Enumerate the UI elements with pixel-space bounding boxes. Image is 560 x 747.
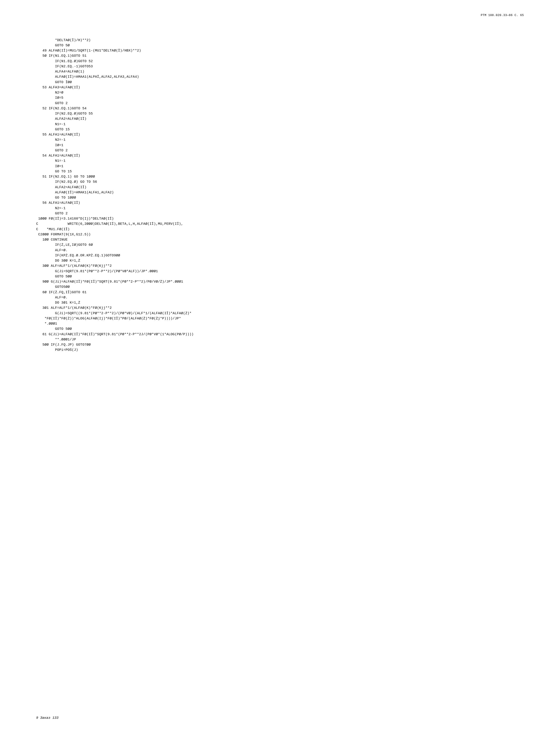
code-line: POPi=POŚ(J): [36, 347, 524, 353]
code-line: C *MU1.FØ(IĪ): [36, 227, 524, 232]
code-line: 53 ALFA3=ALFAØ(IĪ): [36, 85, 524, 90]
code-line: C2ØØØ FORMAT(9(1X,G12.5)): [36, 232, 524, 237]
code-line: 5Ø IF(N1.EQ.1)GОТО 51: [36, 53, 524, 58]
code-line: 9ØØ G(Ji)=ALFAØ(IĪ)*FØ(IĪ)*SQRT(9.81*(PØ…: [36, 279, 524, 284]
code-line: 61 G(Ji)=ALFAØ(IĪ)*FØ(IĪ)*SQRT(9.81*(PØ*…: [36, 332, 524, 337]
code-line: GOTО 5Ø: [36, 43, 524, 48]
code-line: GO TO 15: [36, 169, 524, 174]
code-line: 49 ALFAØ(IĪ)=MU1/SQRT(1-(MU1*DELTAØ(Ī)/H…: [36, 48, 524, 53]
code-block: *DELTAØ(Ī)/H)**2) GOTО 5Ø 49 ALFAØ(IĪ)=M…: [36, 27, 524, 353]
code-line: ALFA4=ALFAØ(1): [36, 69, 524, 74]
code-line: GOTO ĪØØ: [36, 80, 524, 85]
code-line: N2=Ø: [36, 90, 524, 95]
code-line: *.ØØØ1: [36, 321, 524, 327]
code-line: 54 ALFA1=ALFAØ(IĪ): [36, 153, 524, 158]
page: PTM 108.020.33—86 C. 65 *DELTAØ(Ī)/H)**2…: [0, 0, 560, 747]
code-line: IF(N2.EQ.Ø)GOTO 55: [36, 111, 524, 116]
code-line: *DELTAØ(Ī)/H)**2): [36, 38, 524, 43]
code-line: 55 ALFA1=ALFAØ(IĪ): [36, 132, 524, 137]
code-line: IF(N2.EQ.-1)GOTO53: [36, 64, 524, 69]
code-line: G(Ji)=SQRT((9.81*(PØ**2-P**2)/(PØ*VØ)/(A…: [36, 311, 524, 316]
code-line: 1ØØØ FØ(IĪ)=3.14160*D(Ij)*DELTAØ(IĪ): [36, 216, 524, 222]
code-line: 6Ø IF(Ż.FQ,IĪ)GOTO 61: [36, 290, 524, 295]
code-line: GOTO 2: [36, 148, 524, 153]
code-line: **.ØØØ1/JP: [36, 337, 524, 342]
code-line: C WRITE(6,2ØØØ)DELTAØ(IĪ),BETA,L,H,ALFAØ…: [36, 222, 524, 227]
code-line: IF(Ż,LE,IØ)GOTO 6Ø: [36, 242, 524, 248]
code-line: 52 IF(N2.EQ.1)GOTO 54: [36, 106, 524, 111]
code-line: IØ=5: [36, 95, 524, 101]
code-line: IF(N1.EQ.Ø)GОТО 52: [36, 59, 524, 64]
code-line: N2=-1: [36, 206, 524, 211]
code-line: ALF=Ø.: [36, 295, 524, 300]
code-line: GOTO 5ØØ: [36, 327, 524, 332]
code-line: 51 IF(N2.EQ.1) GO TO 1ØØØ: [36, 174, 524, 179]
code-line: ALFA2=ALFAØ(IĪ): [36, 116, 524, 122]
code-line: DO 3ØØ K=1,Ż: [36, 258, 524, 263]
page-header: PTM 108.020.33—86 C. 65: [481, 14, 524, 17]
code-line: ALF=Ø.: [36, 248, 524, 253]
code-line: GOTO 15: [36, 127, 524, 132]
code-line: N1=-1: [36, 122, 524, 127]
code-line: 56 ALFA1=ALFAØ(IĪ): [36, 200, 524, 206]
code-line: 5ØØ IF(J.FQ.JP) GOTO7ØØ: [36, 342, 524, 347]
code-line: IF(KPŻ.EQ.Ø.OR.KPŻ.EQ.1)GOTO9ØØ: [36, 253, 524, 258]
code-line: G(Ji=SQRT(9.81*(PØ**2-P**2)/(PØ*VØ*ALF))…: [36, 269, 524, 274]
code-line: 1ØØ CONTINUE: [36, 237, 524, 242]
code-line: ALFA2=ALFAØ(IĪ): [36, 185, 524, 190]
code-line: GOTO 5ØØ: [36, 274, 524, 279]
code-line: ALFAØ(IĪ)=AMAK1(ALFA1,ALFA2): [36, 190, 524, 195]
code-line: GO TO 1ØØØ: [36, 195, 524, 200]
code-line: N2=-1: [36, 137, 524, 143]
code-line: IØ=1: [36, 164, 524, 169]
footer-note: 9 Зaкaз 133: [36, 716, 58, 720]
code-line: GOTO 2: [36, 211, 524, 216]
code-line: DO 3Ø1 K=1,Ż: [36, 300, 524, 305]
code-line: *FØ(IĪ)*FØ(Ż))*ALOG(ALFAØ(Ij)*FØ(IĪ)*PØ/…: [36, 316, 524, 321]
header-text: PTM 108.020.33—86 C. 65: [481, 14, 524, 17]
code-line: IF(N2.EQ.Ø) GO TO 56: [36, 179, 524, 184]
code-line: 3Ø1 ALF=ALF*1/(ALFAØ(K)*FØ(Kjj**2: [36, 305, 524, 311]
code-line: N1=-1: [36, 158, 524, 163]
code-line: ALFAØ(IĪ)=AMAA1(ALPAĪ,ALFA2,ALFA3,ALFA4): [36, 74, 524, 79]
code-line: GOTO 2: [36, 101, 524, 106]
footer-text: 9 Зaкaз 133: [36, 716, 58, 720]
code-line: 3ØØ ALF=ALF*1/(ALFAØ(K)*FØ(Kjj**2: [36, 263, 524, 268]
code-line: GOTO5ØØ: [36, 284, 524, 290]
code-line: IØ=1: [36, 143, 524, 148]
